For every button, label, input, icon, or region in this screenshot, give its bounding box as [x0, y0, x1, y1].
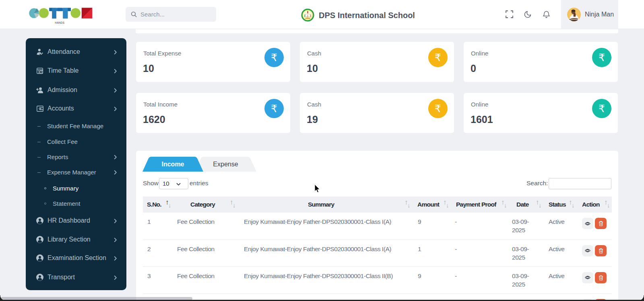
svg-text:HANDS: HANDS — [55, 21, 65, 24]
